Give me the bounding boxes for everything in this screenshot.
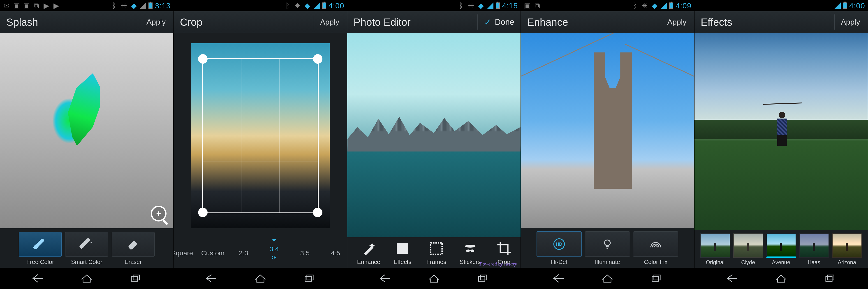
filter-avenue[interactable] <box>766 233 796 258</box>
ratio-3-4[interactable]: 3:4 ⟳ <box>259 241 289 265</box>
nav-home-button[interactable] <box>73 272 100 284</box>
tool-eraser[interactable] <box>112 232 155 257</box>
battery-icon <box>669 2 673 9</box>
filter-haas[interactable] <box>799 233 829 258</box>
ratio-square[interactable]: Square <box>174 245 197 261</box>
nav-recent-button[interactable] <box>122 272 149 284</box>
photo-canvas[interactable] <box>694 33 868 230</box>
tool-smart-color[interactable] <box>65 232 108 257</box>
svg-rect-14 <box>478 277 485 281</box>
hat-mustache-icon <box>463 241 478 256</box>
ratio-4-5[interactable]: 4:5 <box>320 245 340 261</box>
svg-rect-5 <box>305 277 311 281</box>
cell-signal-icon <box>834 2 841 9</box>
screen-enhance: ▣ ⧉ ᛒ ✳ ◆ 4:09 Enhance Apply HD <box>521 0 694 289</box>
svg-rect-8 <box>397 243 408 245</box>
screen-crop: ᛒ ✳ ◆ 4:00 Crop Apply Square Custom <box>174 0 347 289</box>
enhance-hidef[interactable]: HD <box>536 231 582 257</box>
editor-frames[interactable]: Frames <box>420 241 453 265</box>
nav-bar <box>174 268 347 289</box>
crop-frame[interactable] <box>202 58 318 213</box>
svg-rect-4 <box>133 275 140 280</box>
apply-button[interactable]: Apply <box>140 15 167 30</box>
tool-free-color[interactable] <box>19 232 62 257</box>
screen-splash: ✉ ▣ ▣ ⧉ ▶ ▶ ᛒ ✳ ◆ 3:13 Splash Apply <box>0 0 174 289</box>
status-bar: 4:00 <box>694 0 868 11</box>
title-bar: Splash Apply <box>0 11 173 33</box>
filter-arizona[interactable] <box>832 233 862 258</box>
status-clock: 3:13 <box>155 1 170 10</box>
filter-clyde[interactable] <box>733 233 763 258</box>
photo-canvas[interactable] <box>174 33 347 238</box>
apply-button[interactable]: Apply <box>661 15 688 30</box>
editor-effects[interactable]: Effects <box>385 241 420 265</box>
ratio-scroll[interactable]: Square Custom 2:3 3:4 ⟳ 3:5 4:5 4:6 <box>174 238 340 268</box>
screen-title: Photo Editor <box>353 16 411 28</box>
status-bar: ᛒ ✳ ◆ 4:15 <box>347 0 521 11</box>
done-label: Done <box>495 18 514 27</box>
battery-icon <box>496 2 500 9</box>
photo-canvas[interactable] <box>0 33 173 228</box>
wifi-icon: ◆ <box>130 2 137 9</box>
lizard-color-splash <box>57 69 110 149</box>
crop-handle-tl[interactable] <box>198 54 208 64</box>
title-bar: Photo Editor ✓ Done <box>347 11 521 33</box>
nav-recent-button[interactable] <box>643 272 670 284</box>
enhance-label-hidef: Hi-Def <box>536 259 582 265</box>
rainbow-icon <box>649 237 662 251</box>
ratio-3-5[interactable]: 3:5 <box>289 245 320 261</box>
photo-canvas[interactable] <box>347 33 521 237</box>
ratio-2-3[interactable]: 2:3 <box>228 245 259 261</box>
nav-back-button[interactable] <box>545 272 572 284</box>
enhance-colorfix[interactable] <box>633 231 678 257</box>
crop-handle-br[interactable] <box>313 208 322 217</box>
apply-button[interactable]: Apply <box>834 15 862 30</box>
zoom-button[interactable] <box>151 206 166 222</box>
ratio-picker: Square Custom 2:3 3:4 ⟳ 3:5 4:5 4:6 <box>174 238 347 268</box>
tool-area: Free Color Smart Color Eraser <box>0 228 173 268</box>
nav-back-button[interactable] <box>24 272 52 284</box>
ratio-pointer-icon <box>272 239 276 241</box>
nav-home-button[interactable] <box>594 272 621 284</box>
crop-handle-tr[interactable] <box>313 54 322 64</box>
magic-brush-icon <box>80 237 94 252</box>
wifi-icon: ◆ <box>304 2 311 9</box>
photo-canvas[interactable] <box>521 33 694 228</box>
enhance-label-illuminate: Illuminate <box>585 259 630 265</box>
nav-back-button[interactable] <box>372 272 399 284</box>
photo-crop-image <box>191 44 330 228</box>
screen-title: Enhance <box>527 16 568 28</box>
nav-recent-button[interactable] <box>816 272 843 284</box>
title-bar: Effects Apply <box>694 11 868 33</box>
editor-enhance[interactable]: Enhance <box>352 241 385 265</box>
hd-icon: HD <box>553 237 566 251</box>
photo-splash-image <box>0 33 173 228</box>
nav-home-button[interactable] <box>420 272 447 284</box>
battery-icon <box>149 2 153 9</box>
apply-button[interactable]: Apply <box>314 15 341 30</box>
screen-title: Crop <box>180 16 203 28</box>
ratio-3-4-label: 3:4 <box>270 245 279 253</box>
nav-back-button[interactable] <box>198 272 225 284</box>
svg-point-0 <box>89 239 90 241</box>
nav-recent-button[interactable] <box>296 272 323 284</box>
svg-text:HD: HD <box>556 241 562 247</box>
rotate-ratio-icon[interactable]: ⟳ <box>259 254 289 261</box>
battery-icon <box>843 2 847 9</box>
nav-home-button[interactable] <box>247 272 274 284</box>
svg-rect-19 <box>652 277 658 281</box>
crop-handle-bl[interactable] <box>198 208 208 217</box>
nav-back-button[interactable] <box>719 272 746 284</box>
check-icon: ✓ <box>484 17 492 27</box>
nav-recent-button[interactable] <box>469 272 496 284</box>
notif-image-icon: ▣ <box>524 2 531 9</box>
title-bar: Enhance Apply <box>521 11 694 33</box>
enhance-illuminate[interactable] <box>585 231 630 257</box>
svg-rect-7 <box>397 245 408 253</box>
nav-home-button[interactable] <box>768 272 795 284</box>
wand-icon <box>361 241 376 256</box>
done-button[interactable]: ✓ Done <box>477 15 514 30</box>
ratio-custom[interactable]: Custom <box>197 245 228 261</box>
filter-original[interactable] <box>700 233 730 258</box>
filter-scroll[interactable]: Original Clyde Avenue Haas Arizona <box>699 233 863 265</box>
